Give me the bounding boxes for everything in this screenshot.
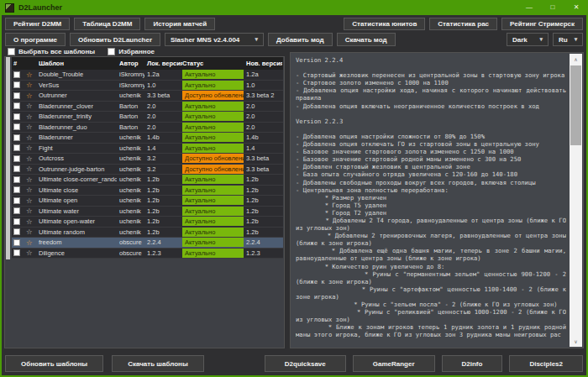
template-new-version: 1.2b xyxy=(244,228,282,236)
window-title: D2Launcher xyxy=(18,3,62,12)
favorite-star-icon[interactable]: ☆ xyxy=(25,175,36,184)
changelog-scrollbar[interactable]: ∧ ∨ xyxy=(570,54,582,347)
row-checkbox[interactable] xyxy=(13,239,20,246)
update-launcher-button[interactable]: Обновить D2Launcher xyxy=(70,33,160,46)
close-icon[interactable]: ✕ xyxy=(564,0,588,15)
d2info-button[interactable]: D2info xyxy=(442,355,503,372)
gameranger-button[interactable]: GameRanger xyxy=(353,355,435,372)
row-checkbox[interactable] xyxy=(13,155,20,162)
favorite-star-icon[interactable]: ☆ xyxy=(25,228,36,236)
minimize-icon[interactable]: — xyxy=(517,0,541,15)
row-checkbox[interactable] xyxy=(13,144,20,151)
update-templates-button[interactable]: Обновить шаблоны xyxy=(5,355,103,372)
favorite-star-icon[interactable]: ☆ xyxy=(25,123,36,131)
row-checkbox[interactable] xyxy=(13,228,20,235)
table-row[interactable]: ☆ Bladerunner_clover Barton 2.0 Актуальн… xyxy=(12,102,283,113)
favorite-star-icon[interactable]: ☆ xyxy=(25,71,36,79)
template-status-cell: Актуально xyxy=(182,228,244,237)
status-badge: Актуально xyxy=(182,228,244,237)
row-checkbox[interactable] xyxy=(13,186,20,193)
table-d2mm-button[interactable]: Таблица D2MM xyxy=(74,18,140,30)
favorite-star-icon[interactable]: ☆ xyxy=(25,196,36,205)
favorite-star-icon[interactable]: ☆ xyxy=(25,186,36,194)
scroll-up-icon[interactable]: ∧ xyxy=(570,54,582,65)
table-row[interactable]: ☆ VerSus iSkromny 1.0 Актуально 1.0 xyxy=(12,81,283,92)
row-checkbox-cell xyxy=(12,123,25,130)
table-row[interactable]: ☆ Ultimate open uchenik 1.2b Актуально 1… xyxy=(12,196,283,207)
select-all-checkbox[interactable] xyxy=(8,48,15,55)
row-checkbox[interactable] xyxy=(13,218,20,225)
mod-select[interactable]: Slasher MNS v2.4.004 ▾ xyxy=(165,33,264,46)
table-scrollbar[interactable] xyxy=(6,57,10,259)
row-checkbox[interactable] xyxy=(13,71,20,78)
header-status[interactable]: Статус xyxy=(182,60,244,67)
unit-stats-button[interactable]: Статистика юнитов xyxy=(344,18,425,30)
table-row[interactable]: ☆ Outcross uchenik 3.2 Доступно обновлен… xyxy=(12,154,283,165)
header-author[interactable]: Автор xyxy=(117,60,144,67)
favorite-star-icon[interactable]: ☆ xyxy=(25,92,36,100)
table-row[interactable]: ☆ Bladerunner_duo Barton 2.0 Актуально 2… xyxy=(12,123,283,134)
table-row[interactable]: ☆ Outrunner uchenik 3.3 beta Доступно об… xyxy=(12,91,283,102)
streamer-rating-button[interactable]: Рейтинг Стримерск xyxy=(501,18,583,30)
table-row[interactable]: ☆ Diligence obscure 1.2.3 Актуально 1.2.… xyxy=(12,249,283,259)
scroll-down-icon[interactable]: ∨ xyxy=(570,336,582,347)
favorite-star-icon[interactable]: ☆ xyxy=(25,134,36,142)
favorite-star-icon[interactable]: ☆ xyxy=(25,102,36,110)
header-local-version[interactable]: Лок. версия xyxy=(144,60,182,67)
favorites-checkbox[interactable] xyxy=(108,48,115,55)
row-checkbox[interactable] xyxy=(13,123,20,130)
chevron-down-icon: ▾ xyxy=(575,36,578,43)
table-row[interactable]: ☆ Ultimate close-corner_random uchenik 1… xyxy=(12,175,283,186)
row-checkbox[interactable] xyxy=(13,165,20,172)
language-select[interactable]: Ru ▾ xyxy=(553,33,583,46)
favorite-star-icon[interactable]: ☆ xyxy=(25,217,36,226)
download-mod-button[interactable]: Скачать мод xyxy=(337,33,396,46)
table-row[interactable]: ☆ Double_Trouble iSkromny 1.2a Актуально… xyxy=(12,70,283,81)
row-checkbox[interactable] xyxy=(13,207,20,214)
favorite-star-icon[interactable]: ☆ xyxy=(25,165,36,173)
row-checkbox[interactable] xyxy=(13,176,20,183)
add-mod-button[interactable]: Добавить мод xyxy=(268,33,333,46)
table-row[interactable]: ☆ freedom obscure 2.2.4 Актуально 2.2.4 xyxy=(12,238,283,249)
table-row[interactable]: ☆ Fight uchenik 1.4 Актуально 1.4 xyxy=(12,144,283,154)
about-button[interactable]: О программе xyxy=(5,33,66,46)
row-checkbox[interactable] xyxy=(13,81,20,88)
status-badge: Актуально xyxy=(182,207,244,216)
download-templates-button[interactable]: Скачать шаблоны xyxy=(112,355,204,372)
favorite-star-icon[interactable]: ☆ xyxy=(25,154,36,163)
table-row[interactable]: ☆ Outrunner-judge-barton uchenik 3.2 Дос… xyxy=(12,165,283,175)
select-all-templates[interactable]: Выбрать все шаблоны xyxy=(8,48,95,55)
table-row[interactable]: ☆ Bladerunner_trinity Barton 2.0 Актуаль… xyxy=(12,112,283,123)
theme-select[interactable]: Dark ▾ xyxy=(507,33,549,46)
favorite-star-icon[interactable]: ☆ xyxy=(25,113,36,121)
favorite-star-icon[interactable]: ☆ xyxy=(25,249,36,257)
row-checkbox[interactable] xyxy=(13,113,20,120)
table-row[interactable]: ☆ Ultimate close uchenik 1.2b Актуально … xyxy=(12,186,283,196)
rating-d2mm-button[interactable]: Рейтинг D2MM xyxy=(5,18,70,30)
header-name[interactable]: Шаблон xyxy=(36,60,117,67)
favorite-star-icon[interactable]: ☆ xyxy=(25,238,36,247)
table-row[interactable]: ☆ Ultimate random uchenik 1.2b Актуально… xyxy=(12,228,283,238)
status-badge: Доступно обновление xyxy=(182,154,244,163)
table-row[interactable]: ☆ Bladerunner uchenik 1.4b Актуально 1.4… xyxy=(12,133,283,144)
favorite-star-icon[interactable]: ☆ xyxy=(25,207,36,215)
row-checkbox[interactable] xyxy=(13,197,20,204)
table-row[interactable]: ☆ Ultimate open-water uchenik 1.2b Актуа… xyxy=(12,217,283,228)
disciples2-button[interactable]: Disciples2 xyxy=(509,355,583,372)
template-name: Diligence xyxy=(36,249,117,257)
favorite-star-icon[interactable]: ☆ xyxy=(25,81,36,89)
favorite-star-icon[interactable]: ☆ xyxy=(25,144,36,152)
row-checkbox[interactable] xyxy=(13,102,20,109)
table-row[interactable]: ☆ Ultimate water uchenik 1.2b Актуально … xyxy=(12,207,283,217)
d2quicksave-button[interactable]: D2quicksave xyxy=(265,355,346,372)
scrollbar-thumb[interactable] xyxy=(570,65,581,145)
row-checkbox[interactable] xyxy=(13,92,20,99)
header-new-version[interactable]: Нов. версия xyxy=(244,60,282,67)
race-stats-button[interactable]: Статистика рас xyxy=(429,18,497,30)
row-checkbox[interactable] xyxy=(13,134,20,141)
template-new-version: 1.2b xyxy=(244,175,282,183)
row-checkbox[interactable] xyxy=(13,249,20,256)
match-history-button[interactable]: История матчей xyxy=(144,18,215,30)
maximize-icon[interactable]: □ xyxy=(541,0,564,15)
favorites-filter[interactable]: Избранное xyxy=(108,48,155,55)
